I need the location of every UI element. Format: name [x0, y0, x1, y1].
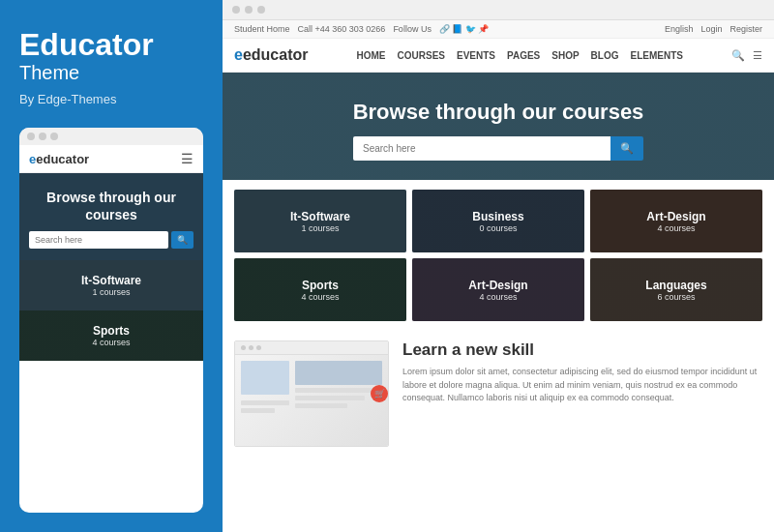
- hero-search-button[interactable]: 🔍: [610, 136, 643, 161]
- browser-chrome: [223, 0, 774, 20]
- bottom-left: 🛒: [234, 340, 389, 522]
- preview-line: [241, 408, 275, 413]
- mobile-search-button[interactable]: 🔍: [171, 231, 194, 249]
- preview-content: [235, 355, 388, 446]
- preview-line: [295, 388, 382, 393]
- mobile-course-count: 1 courses: [81, 287, 141, 297]
- nav-elements[interactable]: ELEMENTS: [631, 50, 683, 61]
- course-text-sports: Sports 4 courses: [301, 279, 339, 302]
- nav-events[interactable]: EVENTS: [457, 50, 495, 61]
- course-count-artdesign: 4 courses: [646, 223, 705, 233]
- site-topbar: Student Home Call +44 360 303 0266 Follo…: [223, 20, 774, 39]
- bottom-right: Learn a new skill Lorem ipsum dolor sit …: [402, 340, 762, 522]
- course-count-software: 1 courses: [290, 223, 350, 233]
- course-title-business: Business: [472, 210, 523, 223]
- preview-dot: [256, 345, 261, 350]
- dot-3: [50, 133, 58, 140]
- nav-pages[interactable]: PAGES: [507, 50, 540, 61]
- preview-image: 🛒: [234, 340, 389, 447]
- course-title-artdesign2: Art-Design: [468, 279, 527, 292]
- mobile-hero: Browse through our courses 🔍: [19, 173, 203, 260]
- topbar-follow: Follow Us: [393, 24, 432, 34]
- course-card-sports[interactable]: Sports 4 courses: [234, 258, 406, 321]
- brand-subtitle: Theme: [19, 62, 203, 84]
- dot-2: [39, 133, 46, 140]
- mobile-nav: eeducator ☰: [19, 145, 203, 173]
- hero-search-input[interactable]: [353, 136, 610, 161]
- mobile-course-text: It-Software 1 courses: [81, 274, 141, 297]
- topbar-login[interactable]: Login: [700, 24, 722, 34]
- browser-dot-2: [245, 6, 253, 14]
- course-text-artdesign2: Art-Design 4 courses: [468, 279, 527, 302]
- hero-title: Browse through our courses: [242, 100, 755, 125]
- preview-dot: [241, 345, 246, 350]
- bottom-section: 🛒 Learn a new skill Lorem ipsum dolor si…: [223, 331, 774, 532]
- course-text-software: It-Software 1 courses: [290, 210, 350, 233]
- course-card-artdesign[interactable]: Art-Design 4 courses: [590, 190, 762, 252]
- mobile-course-card-software[interactable]: It-Software 1 courses: [19, 260, 203, 310]
- course-title-sports: Sports: [301, 279, 339, 292]
- learn-title: Learn a new skill: [402, 340, 762, 360]
- topbar-phone: Call +44 360 303 0266: [298, 24, 386, 34]
- site-hero: Browse through our courses 🔍: [223, 73, 774, 180]
- topbar-social-icons: 🔗 📘 🐦 📌: [439, 24, 490, 34]
- course-text-languages: Languages 6 courses: [645, 279, 706, 302]
- preview-line: [241, 400, 289, 405]
- mobile-preview: eeducator ☰ Browse through our courses 🔍…: [19, 128, 203, 513]
- browser-dot-3: [257, 6, 265, 14]
- site-logo: eeducator: [234, 46, 308, 64]
- mobile-courses: It-Software 1 courses Sports 4 courses: [19, 260, 203, 513]
- preview-bar: [235, 341, 388, 355]
- site-nav-icons: 🔍 ☰: [731, 49, 762, 62]
- course-count-artdesign2: 4 courses: [468, 292, 527, 302]
- preview-col-left: [241, 361, 289, 440]
- mobile-search-row: 🔍: [29, 231, 194, 249]
- course-card-business[interactable]: Business 0 courses: [412, 190, 584, 252]
- mobile-dots: [19, 128, 203, 145]
- preview-line: [295, 403, 347, 408]
- nav-home[interactable]: HOME: [357, 50, 386, 61]
- browser-dot-1: [232, 6, 240, 14]
- preview-img-placeholder: [241, 361, 289, 395]
- menu-icon[interactable]: ☰: [753, 49, 762, 62]
- mobile-course-count-sports: 4 courses: [92, 338, 130, 347]
- nav-blog[interactable]: BLOG: [591, 50, 619, 61]
- brand-by: By Edge-Themes: [19, 92, 203, 106]
- left-panel: Educator Theme By Edge-Themes eeducator …: [0, 0, 223, 532]
- mobile-course-text-sports: Sports 4 courses: [92, 324, 130, 347]
- mobile-logo: eeducator: [29, 152, 89, 166]
- course-count-sports: 4 courses: [301, 292, 339, 302]
- site-nav-links: HOME COURSES EVENTS PAGES SHOP BLOG ELEM…: [357, 50, 683, 61]
- preview-dot: [249, 345, 253, 350]
- nav-courses[interactable]: COURSES: [398, 50, 445, 61]
- mobile-course-title: It-Software: [81, 274, 141, 287]
- course-card-software[interactable]: It-Software 1 courses: [234, 190, 406, 252]
- course-count-business: 0 courses: [472, 223, 523, 233]
- course-text-artdesign: Art-Design 4 courses: [646, 210, 705, 233]
- mobile-course-card-sports[interactable]: Sports 4 courses: [19, 310, 203, 361]
- course-title-artdesign: Art-Design: [646, 210, 705, 223]
- topbar-left: Student Home Call +44 360 303 0266 Follo…: [234, 24, 489, 34]
- hamburger-icon: ☰: [181, 151, 194, 166]
- course-count-languages: 6 courses: [645, 292, 706, 302]
- preview-img2: [295, 361, 382, 385]
- cart-badge: 🛒: [371, 385, 388, 402]
- course-title-languages: Languages: [645, 279, 706, 292]
- topbar-register[interactable]: Register: [729, 24, 762, 34]
- mobile-search-input[interactable]: [29, 231, 168, 249]
- site-navbar: eeducator HOME COURSES EVENTS PAGES SHOP…: [223, 39, 774, 73]
- learn-text: Lorem ipsum dolor sit amet, consectetur …: [402, 366, 762, 405]
- dot-1: [27, 133, 35, 140]
- right-panel: Student Home Call +44 360 303 0266 Follo…: [223, 0, 774, 532]
- topbar-student-home[interactable]: Student Home: [234, 24, 290, 34]
- preview-col-right: [295, 361, 382, 440]
- search-icon[interactable]: 🔍: [731, 49, 745, 62]
- preview-inner: [235, 341, 388, 446]
- course-card-languages[interactable]: Languages 6 courses: [590, 258, 762, 321]
- topbar-language[interactable]: English: [665, 24, 694, 34]
- nav-shop[interactable]: SHOP: [551, 50, 579, 61]
- courses-section: It-Software 1 courses Business 0 courses…: [223, 180, 774, 331]
- brand-title: Educator: [19, 29, 203, 60]
- course-card-artdesign2[interactable]: Art-Design 4 courses: [412, 258, 584, 321]
- hero-search-row: 🔍: [353, 136, 643, 161]
